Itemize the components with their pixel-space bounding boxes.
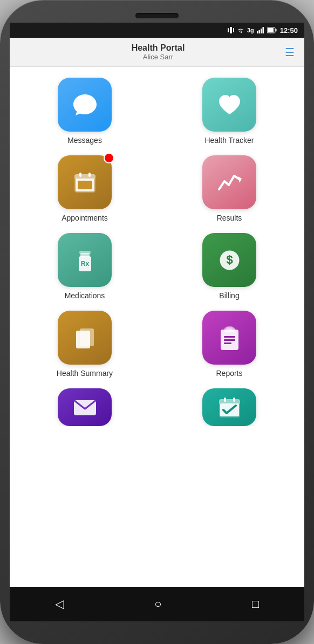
header-title: Health Portal <box>132 43 185 53</box>
svg-rect-8 <box>275 29 276 32</box>
appointments-label: Appointments <box>62 214 108 222</box>
app-item-appointments[interactable]: Appointments <box>15 155 154 222</box>
svg-rect-27 <box>227 326 233 330</box>
appointments-icon <box>58 155 112 209</box>
svg-rect-3 <box>257 31 258 33</box>
wifi-icon <box>237 28 244 33</box>
reports-svg <box>215 323 244 353</box>
app-item-health-tracker[interactable]: Health Tracker <box>160 78 299 145</box>
svg-rect-0 <box>230 27 232 33</box>
results-label: Results <box>217 214 242 222</box>
svg-rect-30 <box>224 342 231 344</box>
health-tracker-svg <box>215 90 244 120</box>
app-item-messages[interactable]: Messages <box>15 78 154 145</box>
svg-text:Rx: Rx <box>80 260 89 268</box>
header-subtitle: Alice Sarr <box>143 53 173 61</box>
schedule-svg <box>215 393 244 422</box>
messages-label: Messages <box>67 136 102 145</box>
app-item-mail[interactable] <box>15 388 154 426</box>
svg-text:$: $ <box>226 253 233 266</box>
svg-rect-12 <box>74 174 95 180</box>
phone-screen: 3g 12:50 Health Po <box>10 23 304 621</box>
svg-rect-4 <box>258 30 260 33</box>
svg-rect-35 <box>224 398 226 402</box>
reports-label: Reports <box>216 369 242 378</box>
health-summary-icon <box>58 311 112 365</box>
appointments-svg <box>70 168 100 197</box>
app-item-billing[interactable]: $ Billing <box>160 233 299 300</box>
billing-svg: $ <box>215 245 244 275</box>
header-title-block: Health Portal Alice Sarr <box>33 43 283 61</box>
recent-button[interactable]: □ <box>241 593 270 615</box>
speaker <box>135 13 179 18</box>
phone-bottom <box>10 621 304 634</box>
messages-svg <box>70 90 100 120</box>
network-label: 3g <box>247 27 254 33</box>
appointments-badge <box>104 153 114 163</box>
medications-icon: Rx <box>58 233 112 287</box>
svg-rect-34 <box>219 399 240 405</box>
back-button[interactable]: ◁ <box>44 593 75 615</box>
app-grid: Messages Health Tracker <box>10 67 304 587</box>
medications-svg: Rx <box>70 245 100 275</box>
schedule-icon <box>202 388 256 426</box>
svg-rect-29 <box>224 339 235 341</box>
svg-rect-5 <box>261 29 262 33</box>
svg-rect-9 <box>268 28 274 32</box>
health-summary-svg <box>70 323 100 353</box>
billing-icon: $ <box>202 233 256 287</box>
status-icons: 3g <box>228 26 277 34</box>
health-tracker-icon <box>202 78 256 132</box>
vibrate-icon <box>228 26 234 34</box>
svg-rect-28 <box>224 336 235 338</box>
status-bar: 3g 12:50 <box>10 23 304 38</box>
mail-icon <box>58 388 112 426</box>
svg-rect-15 <box>88 173 91 177</box>
messages-icon <box>58 78 112 132</box>
app-item-medications[interactable]: Rx Medications <box>15 233 154 300</box>
results-icon <box>202 155 256 209</box>
billing-label: Billing <box>219 291 239 300</box>
results-svg <box>215 168 244 197</box>
home-button[interactable]: ○ <box>144 593 172 615</box>
phone-top <box>10 10 304 23</box>
health-summary-label: Health Summary <box>57 369 113 378</box>
app-header: Health Portal Alice Sarr ☰ <box>10 38 304 67</box>
status-time: 12:50 <box>280 26 298 35</box>
svg-rect-19 <box>79 251 91 254</box>
phone-frame: 3g 12:50 Health Po <box>0 0 314 644</box>
mail-svg <box>70 393 100 422</box>
svg-rect-14 <box>79 173 81 177</box>
health-tracker-label: Health Tracker <box>204 136 254 145</box>
svg-rect-24 <box>76 331 90 348</box>
battery-icon <box>267 27 277 33</box>
svg-rect-1 <box>228 28 229 32</box>
reports-icon <box>202 311 256 365</box>
svg-rect-36 <box>233 398 235 402</box>
app-item-results[interactable]: Results <box>160 155 299 222</box>
app-item-reports[interactable]: Reports <box>160 311 299 378</box>
nav-bar: ◁ ○ □ <box>10 587 304 621</box>
app-item-schedule[interactable] <box>160 388 299 426</box>
app-item-health-summary[interactable]: Health Summary <box>15 311 154 378</box>
svg-rect-2 <box>233 28 234 32</box>
svg-rect-13 <box>78 181 92 189</box>
signal-icon <box>257 27 264 33</box>
svg-rect-6 <box>262 27 264 33</box>
medications-label: Medications <box>65 291 105 300</box>
menu-icon[interactable]: ☰ <box>283 44 297 61</box>
